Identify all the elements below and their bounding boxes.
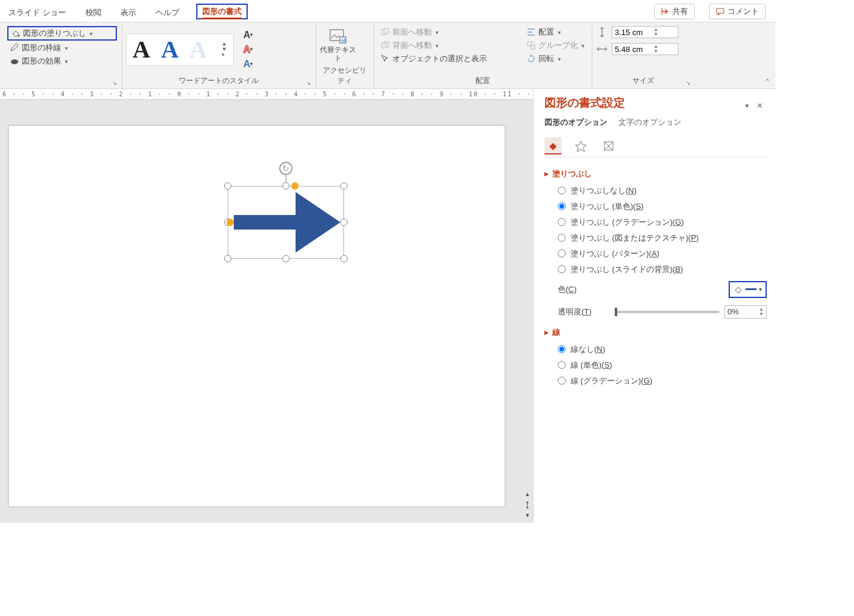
accessibility-group-label: アクセシビリティ xyxy=(320,65,369,87)
transparency-slider[interactable] xyxy=(615,311,720,313)
canvas[interactable]: 6 · · 5 · · 4 · · 3 · · 2 · · 1 · · 0 · … xyxy=(0,89,533,523)
line-gradient-radio[interactable]: 線 (グラデーション)(G) xyxy=(545,373,767,389)
category-effects-icon[interactable] xyxy=(572,137,589,154)
tab-shape-options[interactable]: 図形のオプション xyxy=(545,117,607,128)
menu-slideshow[interactable]: スライド ショー xyxy=(6,6,68,19)
shape-outline-label: 図形の枠線 xyxy=(22,42,61,53)
svg-rect-7 xyxy=(384,28,389,33)
wordart-style-1[interactable]: A xyxy=(133,38,150,62)
resize-handle[interactable] xyxy=(224,182,231,190)
menu-review[interactable]: 校閲 xyxy=(83,6,104,19)
fill-picture-radio[interactable]: 塗りつぶし (図またはテクスチャ)(P) xyxy=(545,230,767,246)
fill-gradient-radio[interactable]: 塗りつぶし (グラデーション)(G) xyxy=(545,214,767,230)
height-value[interactable] xyxy=(615,28,650,37)
align-icon xyxy=(526,27,536,37)
fill-slidebg-radio[interactable]: 塗りつぶし (スライドの背景)(B) xyxy=(545,262,767,277)
resize-handle[interactable] xyxy=(340,219,348,226)
selection-border xyxy=(228,186,344,259)
menu-help[interactable]: ヘルプ xyxy=(153,6,182,19)
transparency-label: 透明度 xyxy=(558,307,581,316)
rotate-icon xyxy=(526,54,536,64)
shape-fill-button[interactable]: 図形の塗りつぶし▾ xyxy=(7,26,117,41)
alt-text-icon: ab xyxy=(329,28,347,44)
group-icon xyxy=(526,41,536,50)
selection-pane-icon xyxy=(380,54,390,64)
alt-text-label: 代替テキスト xyxy=(320,45,356,63)
wordart-style-2[interactable]: A xyxy=(161,38,179,62)
pane-close-button[interactable]: ✕ xyxy=(753,101,767,110)
pane-options-button[interactable]: ▾ xyxy=(741,101,753,110)
shape-outline-button[interactable]: 図形の枠線▾ xyxy=(7,42,117,54)
height-icon xyxy=(596,26,608,38)
effects-icon xyxy=(10,56,19,66)
adjustment-handle[interactable] xyxy=(227,219,234,226)
text-fill-button[interactable]: A▾ xyxy=(240,29,257,41)
svg-rect-11 xyxy=(531,45,535,49)
group-launcher-icon[interactable]: ↘ xyxy=(306,79,311,86)
send-backward-icon xyxy=(380,41,390,50)
width-value[interactable] xyxy=(615,45,650,54)
shape-effects-label: 図形の効果 xyxy=(22,56,61,67)
resize-handle[interactable] xyxy=(340,255,348,262)
resize-handle[interactable] xyxy=(282,255,290,262)
selection-pane-button[interactable]: オブジェクトの選択と表示 xyxy=(378,53,521,65)
comment-label: コメント xyxy=(727,6,759,17)
svg-point-2 xyxy=(11,59,18,64)
comment-button[interactable]: コメント xyxy=(709,4,766,19)
vertical-scroll-buttons[interactable]: ▴⭥▾ xyxy=(522,490,533,519)
line-none-radio[interactable]: 線なし(N) xyxy=(545,342,767,357)
menu-view[interactable]: 表示 xyxy=(118,6,139,19)
text-effects-button[interactable]: A▾ xyxy=(240,58,257,70)
wordart-style-3[interactable]: A xyxy=(190,38,207,62)
svg-rect-9 xyxy=(382,43,386,48)
group-button[interactable]: グループ化▾ xyxy=(524,39,587,51)
send-backward-button[interactable]: 背面へ移動▾ xyxy=(378,39,521,51)
svg-point-1 xyxy=(18,35,20,37)
paint-bucket-icon xyxy=(11,28,21,38)
fill-pattern-radio[interactable]: 塗りつぶし (パターン)(A) xyxy=(545,246,767,262)
align-button[interactable]: 配置▾ xyxy=(524,26,587,38)
resize-handle[interactable] xyxy=(224,255,231,262)
selected-shape-arrow[interactable]: ↻ xyxy=(228,162,344,259)
resize-handle[interactable] xyxy=(340,182,348,190)
comment-icon xyxy=(716,7,724,16)
menu-shape-format[interactable]: 図形の書式 xyxy=(196,4,248,19)
transparency-input[interactable]: 0%▲▼ xyxy=(724,305,767,319)
pane-title: 図形の書式設定 xyxy=(545,95,625,111)
collapse-ribbon-button[interactable]: ⌃ xyxy=(764,78,770,86)
gallery-scroll[interactable]: ▲▼▾ xyxy=(222,41,227,58)
shape-effects-button[interactable]: 図形の効果▾ xyxy=(7,55,117,67)
width-input[interactable]: ▲▼ xyxy=(612,43,678,55)
svg-text:ab: ab xyxy=(341,38,346,43)
share-icon xyxy=(661,7,669,16)
svg-rect-0 xyxy=(717,8,724,13)
text-outline-button[interactable]: A▾ xyxy=(240,44,257,56)
fill-solid-radio[interactable]: 塗りつぶし (単色)(S) xyxy=(545,199,767,214)
rotate-button[interactable]: 回転▾ xyxy=(524,53,587,65)
category-fill-line-icon[interactable] xyxy=(545,137,561,154)
tab-text-options[interactable]: 文字のオプション xyxy=(618,117,681,128)
width-icon xyxy=(596,43,608,55)
wordart-group-label: ワードアートのスタイル xyxy=(179,76,259,85)
line-section-header[interactable]: ▸ 線 xyxy=(545,327,767,338)
alt-text-button[interactable]: ab 代替テキスト xyxy=(320,26,356,63)
shape-fill-label: 図形の塗りつぶし xyxy=(23,28,86,39)
group-launcher-icon[interactable]: ↘ xyxy=(112,79,117,86)
share-label: 共有 xyxy=(672,6,688,17)
fill-color-picker[interactable]: ▾ xyxy=(729,281,767,298)
category-size-icon[interactable] xyxy=(600,137,617,154)
wordart-gallery[interactable]: A A A ▲▼▾ xyxy=(126,33,234,66)
rotate-handle[interactable]: ↻ xyxy=(279,162,293,175)
share-button[interactable]: 共有 xyxy=(654,4,695,19)
bring-forward-button[interactable]: 前面へ移動▾ xyxy=(378,26,521,38)
horizontal-ruler: 6 · · 5 · · 4 · · 3 · · 2 · · 1 · · 0 · … xyxy=(0,89,533,100)
fill-section-header[interactable]: ▸ 塗りつぶし xyxy=(545,168,767,179)
resize-handle[interactable] xyxy=(282,182,290,190)
arrange-group-label: 配置 xyxy=(378,76,587,87)
size-group-label: サイズ xyxy=(632,76,654,85)
line-solid-radio[interactable]: 線 (単色)(S) xyxy=(545,357,767,373)
group-launcher-icon[interactable]: ↘ xyxy=(686,79,690,86)
height-input[interactable]: ▲▼ xyxy=(612,26,678,38)
format-shape-pane: 図形の書式設定 ▾ ✕ 図形のオプション 文字のオプション ▸ 塗りつぶし 塗り… xyxy=(533,89,775,523)
fill-none-radio[interactable]: 塗りつぶしなし(N) xyxy=(545,183,767,199)
